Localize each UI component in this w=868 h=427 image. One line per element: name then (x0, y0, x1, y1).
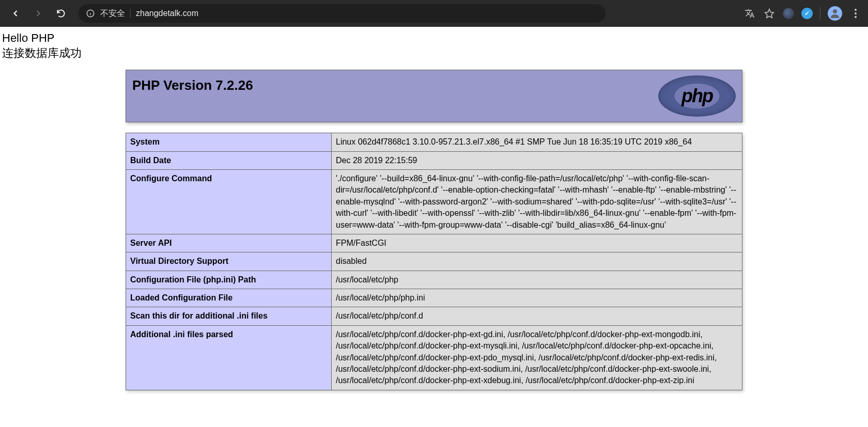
table-row: Build DateDec 28 2019 22:15:59 (126, 151, 742, 169)
extension-icon-2[interactable] (801, 8, 813, 19)
phpinfo-row-label: Server API (126, 234, 332, 252)
phpinfo-header: PHP Version 7.2.26 php (126, 70, 742, 122)
reload-button[interactable] (52, 4, 70, 23)
extension-icon-1[interactable] (783, 8, 794, 19)
table-row: Configuration File (php.ini) Path/usr/lo… (126, 271, 742, 289)
phpinfo-row-value: disabled (332, 252, 742, 271)
table-row: Additional .ini files parsed/usr/local/e… (126, 325, 742, 390)
forward-button[interactable] (29, 4, 48, 23)
table-row: Scan this dir for additional .ini files/… (126, 307, 742, 325)
hello-line-1: Hello PHP (2, 31, 866, 46)
table-row: Loaded Configuration File/usr/local/etc/… (126, 289, 742, 307)
phpinfo-row-value: './configure' '--build=x86_64-linux-gnu'… (332, 169, 742, 234)
php-version-title: PHP Version 7.2.26 (132, 77, 253, 93)
phpinfo-row-label: Virtual Directory Support (126, 252, 332, 271)
security-status-label: 不安全 (100, 8, 125, 19)
bookmark-star-icon[interactable] (763, 7, 776, 20)
toolbar-divider (820, 7, 820, 20)
phpinfo-table: SystemLinux 062d4f7868c1 3.10.0-957.21.3… (126, 133, 742, 390)
table-row: Virtual Directory Supportdisabled (126, 252, 742, 271)
phpinfo-row-value: /usr/local/etc/php/php.ini (332, 289, 742, 307)
phpinfo-row-value: /usr/local/etc/php/conf.d/docker-php-ext… (332, 325, 742, 390)
phpinfo-row-label: Scan this dir for additional .ini files (126, 307, 332, 325)
phpinfo-row-label: Loaded Configuration File (126, 289, 332, 307)
svg-point-3 (833, 9, 837, 13)
phpinfo-container: PHP Version 7.2.26 php SystemLinux 062d4… (126, 70, 742, 390)
toolbar-right (743, 6, 862, 21)
phpinfo-row-label: Additional .ini files parsed (126, 325, 332, 390)
page-body: Hello PHP 连接数据库成功 PHP Version 7.2.26 php… (0, 27, 868, 394)
table-row: SystemLinux 062d4f7868c1 3.10.0-957.21.3… (126, 133, 742, 151)
url-text: zhangdetalk.com (136, 9, 198, 18)
phpinfo-row-value: Dec 28 2019 22:15:59 (332, 151, 742, 169)
table-row: Server APIFPM/FastCGI (126, 234, 742, 252)
site-info-icon[interactable] (86, 9, 95, 18)
php-logo: php (658, 75, 736, 117)
php-logo-text: php (681, 85, 712, 107)
phpinfo-row-value: Linux 062d4f7868c1 3.10.0-957.21.3.el7.x… (332, 133, 742, 151)
phpinfo-row-label: Configure Command (126, 169, 332, 234)
browser-menu-button[interactable] (849, 9, 862, 18)
phpinfo-row-value: FPM/FastCGI (332, 234, 742, 252)
table-row: Configure Command'./configure' '--build=… (126, 169, 742, 234)
url-divider (130, 9, 131, 18)
hello-line-2: 连接数据库成功 (2, 46, 866, 61)
phpinfo-row-value: /usr/local/etc/php/conf.d (332, 307, 742, 325)
phpinfo-row-value: /usr/local/etc/php (332, 271, 742, 289)
phpinfo-row-label: System (126, 133, 332, 151)
translate-icon[interactable] (743, 7, 756, 20)
profile-avatar[interactable] (828, 6, 842, 21)
back-button[interactable] (6, 4, 25, 23)
phpinfo-row-label: Build Date (126, 151, 332, 169)
phpinfo-row-label: Configuration File (php.ini) Path (126, 271, 332, 289)
phpinfo-tbody: SystemLinux 062d4f7868c1 3.10.0-957.21.3… (126, 133, 742, 390)
browser-toolbar: 不安全 zhangdetalk.com (0, 0, 868, 27)
address-bar[interactable]: 不安全 zhangdetalk.com (79, 4, 606, 23)
